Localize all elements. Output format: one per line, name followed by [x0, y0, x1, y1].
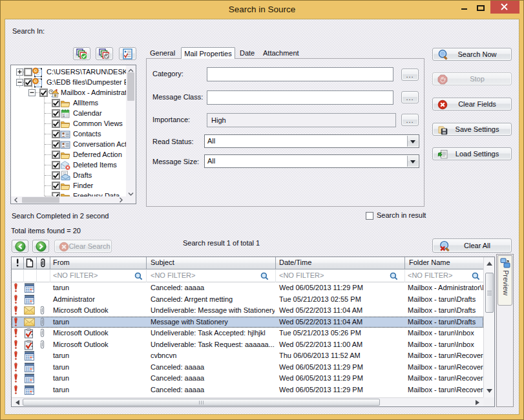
svg-text:1: 1 — [63, 114, 65, 118]
